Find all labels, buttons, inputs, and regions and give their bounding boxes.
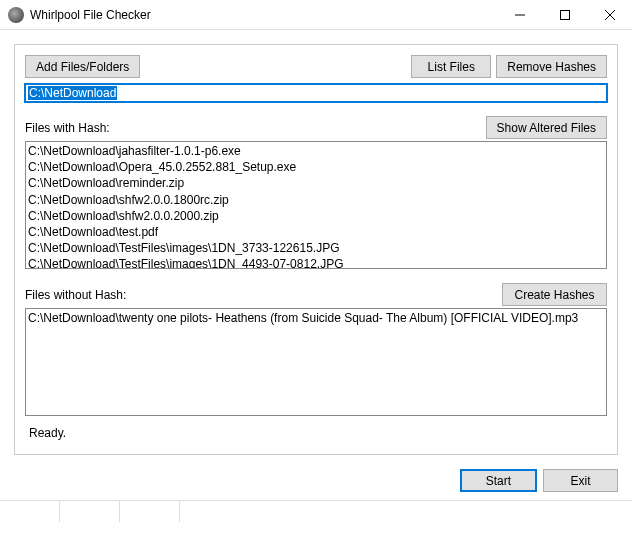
svg-rect-1	[560, 10, 569, 19]
remove-hashes-button[interactable]: Remove Hashes	[496, 55, 607, 78]
window-controls	[497, 1, 632, 29]
list-item[interactable]: C:\NetDownload\twenty one pilots- Heathe…	[28, 310, 604, 326]
statusbar-cell	[120, 501, 180, 522]
list-item[interactable]: C:\NetDownload\shfw2.0.0.1800rc.zip	[28, 192, 604, 208]
statusbar	[0, 500, 632, 522]
list-files-button[interactable]: List Files	[411, 55, 491, 78]
main-panel: Add Files/Folders List Files Remove Hash…	[14, 44, 618, 455]
minimize-button[interactable]	[497, 1, 542, 29]
window-title: Whirlpool File Checker	[30, 8, 497, 22]
titlebar: Whirlpool File Checker	[0, 0, 632, 30]
maximize-button[interactable]	[542, 1, 587, 29]
create-hashes-button[interactable]: Create Hashes	[502, 283, 607, 306]
list-item[interactable]: C:\NetDownload\TestFiles\images\1DN_4493…	[28, 256, 604, 269]
list-item[interactable]: C:\NetDownload\Opera_45.0.2552.881_Setup…	[28, 159, 604, 175]
files-without-hash-label: Files without Hash:	[25, 288, 502, 302]
files-without-hash-listbox[interactable]: C:\NetDownload\twenty one pilots- Heathe…	[25, 308, 607, 416]
list-item[interactable]: C:\NetDownload\reminder.zip	[28, 175, 604, 191]
statusbar-cell	[60, 501, 120, 522]
exit-button[interactable]: Exit	[543, 469, 618, 492]
list-item[interactable]: C:\NetDownload\jahasfilter-1.0.1-p6.exe	[28, 143, 604, 159]
statusbar-cell	[0, 501, 60, 522]
list-item[interactable]: C:\NetDownload\test.pdf	[28, 224, 604, 240]
app-icon	[8, 7, 24, 23]
path-input-value: C:\NetDownload	[28, 86, 117, 100]
files-with-hash-listbox[interactable]: C:\NetDownload\jahasfilter-1.0.1-p6.exeC…	[25, 141, 607, 269]
list-item[interactable]: C:\NetDownload\TestFiles\images\1DN_3733…	[28, 240, 604, 256]
list-item[interactable]: C:\NetDownload\shfw2.0.0.2000.zip	[28, 208, 604, 224]
start-button[interactable]: Start	[460, 469, 537, 492]
show-altered-files-button[interactable]: Show Altered Files	[486, 116, 607, 139]
close-button[interactable]	[587, 1, 632, 29]
status-text: Ready.	[25, 416, 607, 444]
add-files-folders-button[interactable]: Add Files/Folders	[25, 55, 140, 78]
files-with-hash-label: Files with Hash:	[25, 121, 486, 135]
path-input[interactable]: C:\NetDownload	[25, 84, 607, 102]
